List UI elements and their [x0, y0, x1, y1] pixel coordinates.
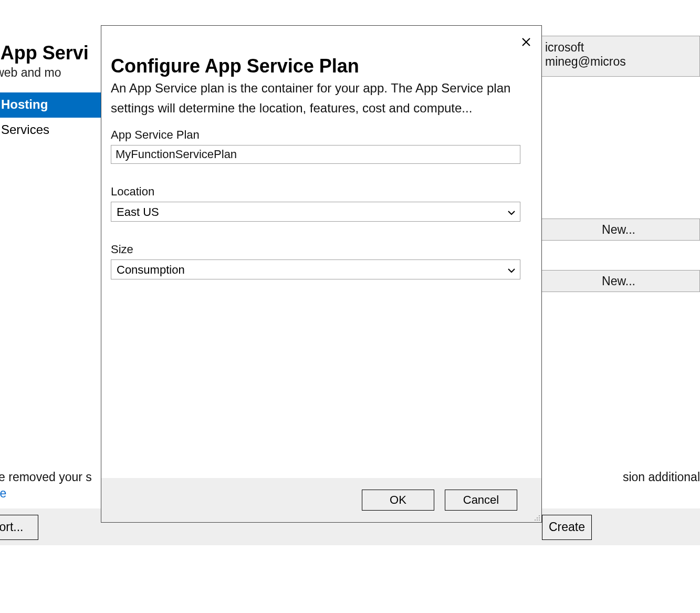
- dialog-title: Configure App Service Plan: [111, 55, 532, 77]
- account-email: mineg@micros: [545, 55, 692, 69]
- account-identity-box[interactable]: icrosoft mineg@micros: [537, 36, 700, 77]
- app-service-plan-label: App Service Plan: [111, 128, 532, 142]
- size-label: Size: [111, 243, 532, 256]
- svg-point-2: [539, 515, 540, 516]
- location-label: Location: [111, 185, 532, 199]
- button-label: ort...: [0, 520, 24, 534]
- parent-sidebar: Hosting Services: [0, 92, 101, 143]
- more-link[interactable]: More: [0, 486, 6, 501]
- new-button-label: New...: [602, 223, 635, 236]
- sidebar-item-services[interactable]: Services: [0, 118, 101, 143]
- create-button[interactable]: Create: [542, 515, 592, 540]
- close-button[interactable]: [521, 37, 531, 47]
- svg-point-6: [537, 520, 538, 521]
- export-button-partial[interactable]: ort...: [0, 515, 38, 540]
- dialog-footer: OK Cancel: [101, 478, 541, 522]
- size-select[interactable]: Consumption: [111, 259, 520, 279]
- svg-point-5: [535, 520, 536, 521]
- account-org: icrosoft: [545, 40, 692, 55]
- additional-info-text: sion additional: [623, 470, 700, 484]
- new-button-1[interactable]: New...: [537, 219, 700, 241]
- resize-grip-icon[interactable]: [532, 513, 540, 521]
- sidebar-item-label: Hosting: [1, 97, 48, 111]
- ok-button[interactable]: OK: [362, 490, 434, 511]
- new-button-2[interactable]: New...: [537, 270, 700, 292]
- svg-point-3: [537, 517, 538, 518]
- sidebar-item-hosting[interactable]: Hosting: [0, 92, 101, 118]
- parent-window-subtitle: your web and mo: [0, 66, 61, 80]
- button-label: Create: [549, 520, 585, 534]
- dialog-description: An App Service plan is the container for…: [111, 78, 532, 118]
- close-icon: [521, 37, 531, 47]
- parent-window-title: ate App Servi: [0, 42, 89, 64]
- svg-point-4: [539, 517, 540, 518]
- location-select[interactable]: East US: [111, 202, 520, 222]
- removed-info-text: have removed your s: [0, 470, 92, 484]
- new-button-label: New...: [602, 274, 635, 288]
- configure-app-service-plan-dialog: Configure App Service Plan An App Servic…: [101, 25, 542, 523]
- svg-point-7: [539, 520, 540, 521]
- cancel-button[interactable]: Cancel: [445, 490, 517, 511]
- app-service-plan-input[interactable]: [111, 145, 520, 164]
- sidebar-item-label: Services: [1, 122, 49, 137]
